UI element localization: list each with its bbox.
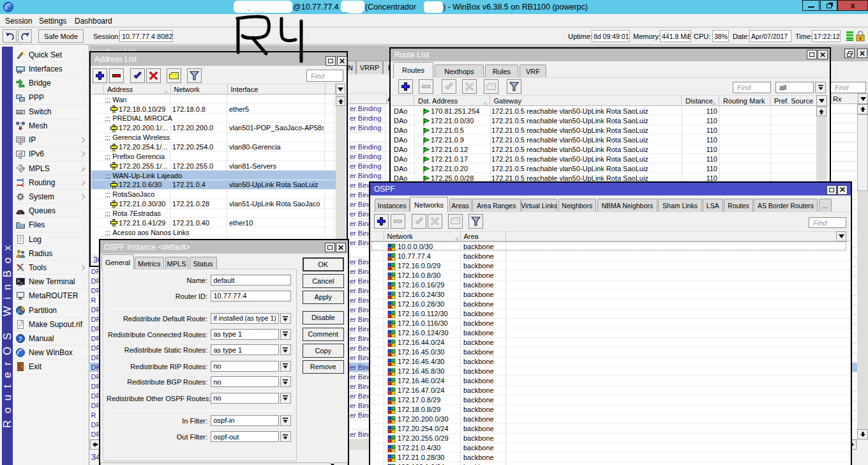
svg-text:v6: v6 [18, 151, 23, 156]
svg-text:?: ? [19, 335, 22, 342]
svg-text:255: 255 [17, 137, 24, 142]
